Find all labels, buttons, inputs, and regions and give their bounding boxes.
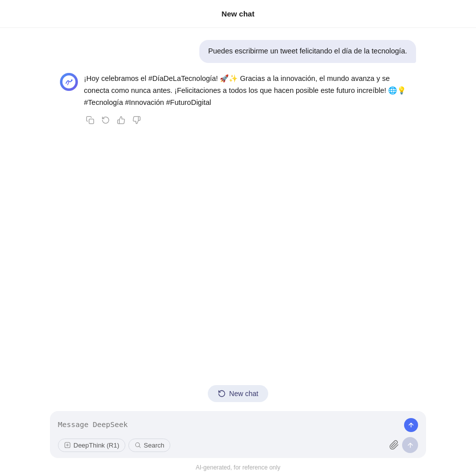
input-area: DeepThink (R1) Search: [0, 406, 476, 461]
search-button[interactable]: Search: [128, 439, 170, 452]
ai-message-content: ¡Hoy celebramos el #DíaDeLaTecnología! 🚀…: [84, 73, 416, 126]
chat-title: New chat: [222, 9, 255, 18]
send-top-button[interactable]: [404, 418, 418, 432]
user-message-wrapper: Puedes escribirme un tweet felicitando e…: [60, 40, 416, 63]
attach-button[interactable]: [389, 440, 399, 450]
ai-action-buttons: [84, 114, 416, 126]
input-row-bottom: DeepThink (R1) Search: [58, 437, 418, 453]
input-box: DeepThink (R1) Search: [50, 411, 426, 458]
send-icon: [407, 442, 414, 449]
avatar: [60, 73, 78, 91]
svg-rect-2: [89, 119, 93, 123]
chat-header: New chat: [0, 0, 476, 28]
attach-icon: [389, 440, 399, 450]
deepthink-label: DeepThink (R1): [73, 442, 119, 449]
send-button[interactable]: [402, 437, 418, 453]
deepthink-button[interactable]: DeepThink (R1): [58, 439, 125, 452]
send-top-icon: [408, 422, 415, 429]
footer-note: AI-generated, for reference only: [0, 461, 476, 476]
new-chat-button[interactable]: New chat: [208, 385, 268, 402]
footer-text: AI-generated, for reference only: [196, 464, 280, 471]
chat-messages: Puedes escribirme un tweet felicitando e…: [0, 28, 476, 379]
input-row-top: [58, 418, 418, 432]
user-message-text: Puedes escribirme un tweet felicitando e…: [208, 47, 407, 55]
new-chat-icon: [218, 390, 226, 398]
new-chat-section: New chat: [0, 379, 476, 406]
thumbs-down-button[interactable]: [130, 114, 143, 126]
ai-message-wrapper: ¡Hoy celebramos el #DíaDeLaTecnología! 🚀…: [60, 73, 416, 126]
input-tools-right: [389, 437, 418, 453]
svg-point-4: [135, 443, 139, 447]
thumbs-up-button[interactable]: [115, 114, 127, 126]
message-input[interactable]: [58, 420, 404, 431]
user-message-bubble: Puedes escribirme un tweet felicitando e…: [199, 40, 416, 63]
ai-message-text: ¡Hoy celebramos el #DíaDeLaTecnología! 🚀…: [84, 73, 416, 109]
new-chat-label: New chat: [229, 390, 258, 398]
copy-button[interactable]: [84, 114, 96, 126]
deepthink-icon: [64, 442, 71, 449]
search-label: Search: [144, 442, 164, 449]
input-tools-left: DeepThink (R1) Search: [58, 439, 170, 452]
retry-button[interactable]: [99, 114, 112, 126]
search-icon: [134, 442, 141, 449]
svg-point-1: [71, 79, 72, 81]
